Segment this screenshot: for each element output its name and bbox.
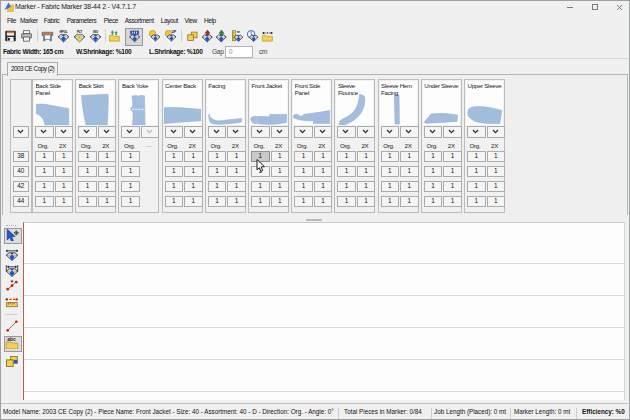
- svg-text:abc: abc: [7, 337, 16, 342]
- svg-text:ISO: ISO: [93, 30, 99, 34]
- svg-text:UP: UP: [172, 30, 176, 34]
- svg-text:HPGL: HPGL: [59, 30, 67, 34]
- svg-text:m: m: [237, 30, 240, 34]
- svg-text:PLT: PLT: [76, 30, 81, 34]
